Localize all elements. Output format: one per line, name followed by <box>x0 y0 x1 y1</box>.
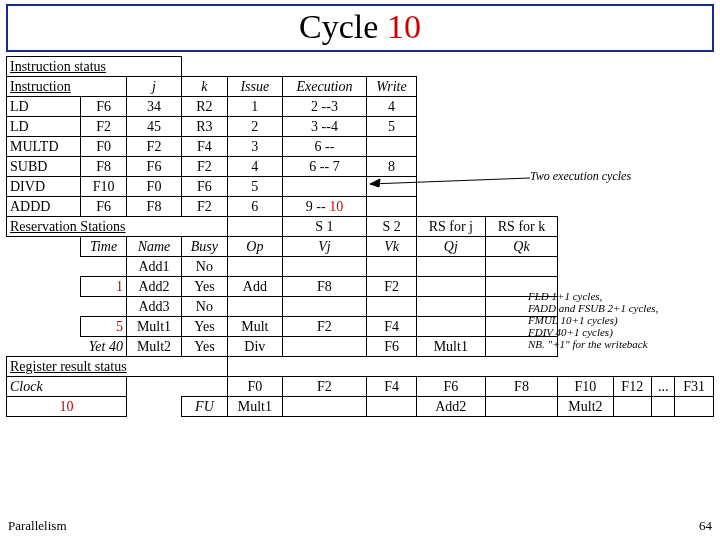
footer-left: Parallelism <box>8 518 67 534</box>
two-exec-annot: Two execution cycles <box>530 170 631 183</box>
content-area: Instruction status Instruction j k Issue… <box>0 54 720 417</box>
latency-annot: FLD 1+1 cycles, FADD and FSUB 2+1 cycles… <box>528 290 708 350</box>
j-header: j <box>126 77 181 97</box>
clock-header: Clock <box>7 377 127 397</box>
instr-status-header: Instruction status <box>7 57 182 77</box>
rs-header-row: Reservation Stations S 1 S 2 RS for j RS… <box>7 217 714 237</box>
footer-right: 64 <box>699 518 712 534</box>
scoreboard-table: Instruction status Instruction j k Issue… <box>6 56 714 417</box>
issue: 1 <box>227 97 282 117</box>
issue-header: Issue <box>227 77 282 97</box>
rsj-header: RS for j <box>416 217 485 237</box>
qj-header: Qj <box>416 237 485 257</box>
rs-row: Add1 No <box>7 257 714 277</box>
k-header: k <box>182 77 228 97</box>
reservation-header: Reservation Stations <box>7 217 228 237</box>
s1-header: S 1 <box>282 217 366 237</box>
vk-header: Vk <box>367 237 417 257</box>
reg-label: F0 <box>227 377 282 397</box>
vj-header: Vj <box>282 237 366 257</box>
instr-row: LD F2 45 R3 2 3 --4 5 <box>7 117 714 137</box>
title-number: 10 <box>387 8 421 45</box>
instruction-header: Instruction <box>7 77 127 97</box>
instr-row: LD F6 34 R2 1 2 --3 4 <box>7 97 714 117</box>
svg-marker-1 <box>370 179 380 187</box>
arrow-icon <box>360 170 540 190</box>
instr-row: MULTD F0 F2 F4 3 6 -- <box>7 137 714 157</box>
fu-header: FU <box>182 397 228 417</box>
src-j: 34 <box>126 97 181 117</box>
s2-header: S 2 <box>367 217 417 237</box>
title-main: Cycle <box>299 8 387 45</box>
rs-colheader-row: Time Name Busy Op Vj Vk Qj Qk <box>7 237 714 257</box>
clock-value: 10 <box>7 397 127 417</box>
op-header: Op <box>227 237 282 257</box>
exec: 2 --3 <box>282 97 366 117</box>
op: LD <box>7 97 81 117</box>
fu-val: Mult1 <box>227 397 282 417</box>
instr-status-row: Instruction status <box>7 57 714 77</box>
dest: F6 <box>81 97 127 117</box>
execution-header: Execution <box>282 77 366 97</box>
reg-labels-row: Clock F0 F2 F4 F6 F8 F10 F12 ... F31 <box>7 377 714 397</box>
write: 4 <box>367 97 417 117</box>
reg-status-header: Register result status <box>7 357 228 377</box>
write-header: Write <box>367 77 417 97</box>
busy-header: Busy <box>182 237 228 257</box>
instr-row: ADDD F6 F8 F2 6 9 -- 10 <box>7 197 714 217</box>
exec-addd: 9 -- 10 <box>282 197 366 217</box>
name-header: Name <box>126 237 181 257</box>
reg-status-row: Register result status <box>7 357 714 377</box>
svg-line-0 <box>370 178 530 184</box>
instr-header-row: Instruction j k Issue Execution Write <box>7 77 714 97</box>
rsk-header: RS for k <box>485 217 558 237</box>
title-box: Cycle 10 <box>6 4 714 52</box>
qk-header: Qk <box>485 237 558 257</box>
src-k: R2 <box>182 97 228 117</box>
reg-fu-row: 10 FU Mult1 Add2 Mult2 <box>7 397 714 417</box>
